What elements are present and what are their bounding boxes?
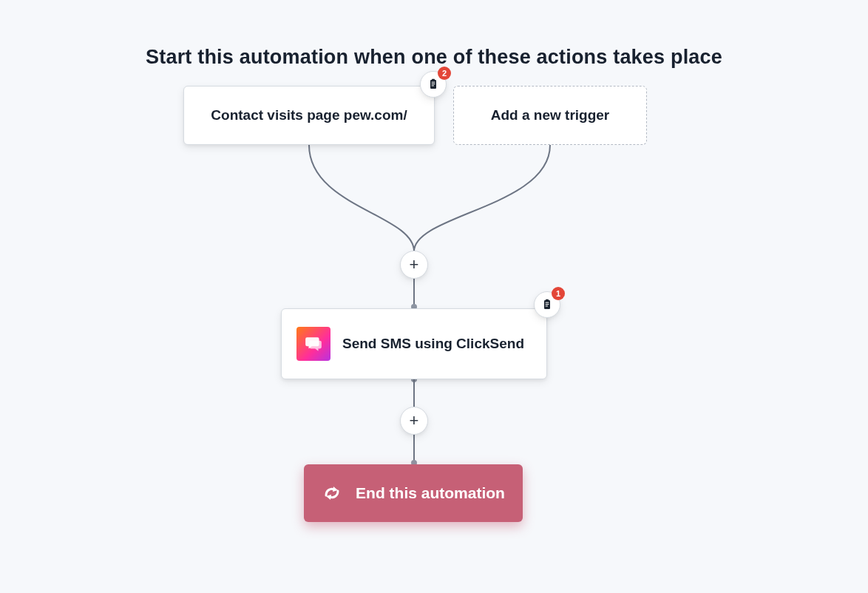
automation-canvas: Start this automation when one of these … <box>0 0 868 593</box>
svg-rect-15 <box>546 305 548 306</box>
end-label: End this automation <box>356 484 505 502</box>
add-step-button-2[interactable]: + <box>400 407 428 435</box>
svg-rect-12 <box>546 299 549 302</box>
end-node[interactable]: End this automation <box>304 464 523 522</box>
clipboard-icon <box>427 78 439 90</box>
action-node[interactable]: Send SMS using ClickSend <box>281 308 547 379</box>
add-trigger-node[interactable]: Add a new trigger <box>453 86 647 145</box>
svg-rect-10 <box>432 85 434 86</box>
trigger-label: Contact visits page pew.com/ <box>211 107 407 123</box>
trigger-note-badge[interactable]: 2 <box>420 71 447 98</box>
action-label: Send SMS using ClickSend <box>342 336 524 352</box>
plus-icon: + <box>410 411 419 430</box>
action-note-badge[interactable]: 1 <box>534 291 560 318</box>
svg-rect-14 <box>546 304 549 305</box>
clipboard-icon <box>541 299 553 311</box>
clicksend-app-icon <box>296 327 330 361</box>
svg-rect-9 <box>432 84 435 84</box>
action-note-count: 1 <box>552 287 565 300</box>
svg-rect-7 <box>432 79 435 81</box>
trigger-node[interactable]: Contact visits page pew.com/ <box>183 86 435 145</box>
plus-icon: + <box>410 255 419 274</box>
add-trigger-label: Add a new trigger <box>491 107 609 123</box>
page-heading: Start this automation when one of these … <box>0 46 868 69</box>
restart-arrows-icon <box>322 485 342 501</box>
add-step-button-1[interactable]: + <box>400 251 428 279</box>
trigger-note-count: 2 <box>438 67 451 80</box>
chat-bubble-icon <box>304 334 323 353</box>
svg-rect-13 <box>546 302 549 303</box>
svg-rect-8 <box>432 82 435 83</box>
